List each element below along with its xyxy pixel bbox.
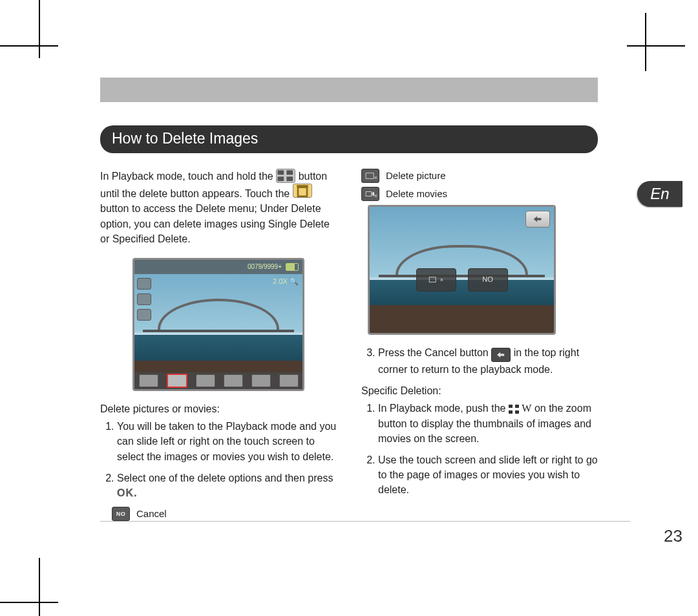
thumbnails-icon: [276, 169, 295, 183]
screenshot-no-btn: NO: [468, 268, 508, 292]
camera-screenshot-playback: 0079/9999+ 2.0X 🔍: [132, 258, 304, 391]
manual-page: How to Delete Images In Playback mode, t…: [100, 78, 598, 525]
screenshot-confirm-buttons: × NO: [416, 268, 508, 292]
delete-subhead: Delete pictures or movies:: [100, 401, 337, 416]
legend-delete-picture: × Delete picture: [361, 169, 598, 183]
toolbar-btn: [196, 374, 215, 387]
toolbar-btn: [279, 374, 299, 387]
screenshot-bottom-toolbar: [134, 372, 302, 389]
trash-icon: [293, 184, 312, 198]
specific-deletion-head: Specific Deletion:: [361, 383, 598, 398]
specific-steps: In Playback mode, push the W on the zoom…: [361, 401, 598, 497]
delete-picture-icon: ×: [361, 169, 379, 183]
crop-mark: [39, 0, 40, 58]
screenshot-side-icon: [137, 278, 151, 290]
step3-text-a: Press the Cancel button: [378, 347, 489, 358]
legend-delete-picture-label: Delete picture: [386, 169, 446, 183]
cancel-return-icon: [491, 348, 511, 362]
intro-text-3: button to access the Delete menu; Under …: [100, 203, 330, 244]
crop-mark: [39, 558, 40, 616]
delete-movies-icon: ×: [361, 187, 379, 201]
screenshot-side-icon: [137, 293, 151, 305]
no-icon: NO: [112, 507, 130, 521]
svg-rect-7: [366, 192, 372, 196]
intro-paragraph: In Playback mode, touch and hold the but…: [100, 169, 337, 246]
screenshot-back-button: [525, 211, 550, 228]
legend-delete-movies-label: Delete movies: [386, 187, 447, 201]
crop-mark: [627, 45, 685, 47]
step-item: Use the touch screen and slide left or r…: [378, 452, 598, 498]
svg-rect-8: [429, 277, 436, 282]
left-column: In Playback mode, touch and hold the but…: [100, 165, 337, 525]
right-steps: Press the Cancel button in the top right…: [361, 345, 598, 377]
step2-text: Select one of the delete options and the…: [117, 473, 333, 483]
thumbnails-icon: [509, 405, 519, 414]
screenshot-zoom: 2.0X 🔍: [273, 277, 299, 287]
step-item: You will be taken to the Playback mode a…: [117, 419, 337, 464]
step-item: Select one of the delete options and the…: [117, 471, 337, 500]
spec1-text-a: In Playback mode, push the: [378, 403, 505, 414]
step-item: In Playback mode, push the W on the zoom…: [378, 401, 598, 446]
screenshot-delete-picture-btn: ×: [416, 268, 456, 292]
toolbar-btn: [251, 374, 271, 387]
toolbar-btn: [139, 374, 158, 387]
crop-mark: [0, 602, 58, 603]
delete-steps: You will be taken to the Playback mode a…: [100, 419, 337, 500]
footer-rule: [100, 521, 630, 522]
toolbar-btn: [224, 374, 243, 387]
step-item: Press the Cancel button in the top right…: [378, 345, 598, 377]
toolbar-btn-delete-highlighted: [167, 374, 187, 388]
svg-rect-0: [278, 171, 284, 175]
legend-cancel-label: Cancel: [136, 507, 167, 521]
section-title: How to Delete Images: [100, 125, 598, 153]
svg-rect-3: [287, 177, 293, 182]
svg-rect-6: [366, 173, 374, 179]
legend-cancel: NO Cancel: [112, 507, 337, 521]
crop-mark: [645, 13, 646, 71]
right-column: × Delete picture × Delete movies: [361, 165, 598, 525]
svg-rect-4: [298, 187, 307, 196]
w-zoom-symbol: W: [522, 403, 531, 414]
svg-rect-5: [297, 185, 308, 187]
legend-delete-movies: × Delete movies: [361, 187, 598, 201]
intro-text-1: In Playback mode, touch and hold the: [100, 171, 273, 182]
screenshot-side-icon: [137, 309, 151, 321]
camera-screenshot-confirm: × NO: [368, 205, 556, 335]
language-tab: En: [637, 181, 682, 207]
crop-mark: [0, 45, 58, 47]
svg-rect-2: [278, 177, 284, 182]
header-bar: [100, 78, 598, 102]
screenshot-zoom-value: 2.0X: [273, 277, 288, 285]
ok-icon: OK.: [117, 485, 137, 500]
screenshot-counter: 0079/9999+: [248, 262, 282, 272]
screenshot-top-bar: 0079/9999+: [134, 260, 302, 274]
svg-rect-1: [287, 171, 293, 175]
page-number: 23: [664, 526, 682, 546]
